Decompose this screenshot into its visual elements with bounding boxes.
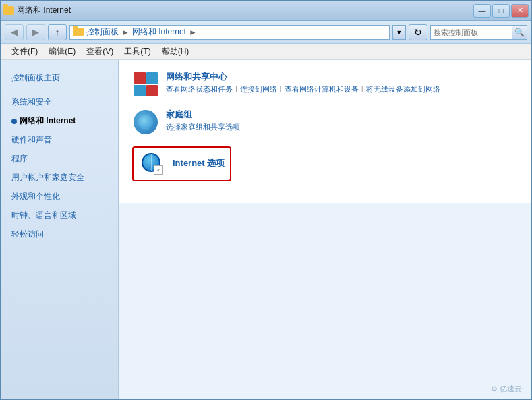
search-button[interactable]: 🔍: [512, 26, 527, 39]
sidebar-item-system[interactable]: 系统和安全: [1, 92, 118, 111]
sidebar-separator: [1, 87, 118, 92]
sidebar-item-appearance[interactable]: 外观和个性化: [1, 187, 118, 206]
up-button[interactable]: ↑: [48, 24, 67, 40]
main-area: 控制面板主页 系统和安全 网络和 Internet 硬件和声音 程序 用户帐户和…: [1, 60, 531, 399]
path-network[interactable]: 网络和 Internet: [132, 26, 186, 38]
sidebar-item-homepage[interactable]: 控制面板主页: [1, 68, 118, 87]
sidebar-item-programs[interactable]: 程序: [1, 149, 118, 168]
network-sharing-item: 网络和共享中心 查看网络状态和任务 | 连接到网络 | 查看网络计算机和设备 |…: [132, 71, 518, 98]
search-box: 🔍: [430, 25, 527, 40]
watermark: ⚙ 亿速云: [491, 384, 522, 394]
network-sharing-text: 网络和共享中心 查看网络状态和任务 | 连接到网络 | 查看网络计算机和设备 |…: [166, 71, 440, 94]
homegroup-links: 选择家庭组和共享选项: [166, 122, 240, 132]
refresh-button[interactable]: ↻: [409, 24, 427, 40]
sidebar-item-clock[interactable]: 时钟、语言和区域: [1, 206, 118, 225]
network-sharing-links: 查看网络状态和任务 | 连接到网络 | 查看网络计算机和设备 | 将无线设备添加…: [166, 84, 440, 94]
path-folder-icon: [73, 28, 84, 36]
network-sharing-title[interactable]: 网络和共享中心: [166, 71, 440, 83]
minimize-button[interactable]: —: [473, 4, 491, 18]
homegroup-item: 家庭组 选择家庭组和共享选项: [132, 109, 518, 136]
title-bar-buttons: — □ ✕: [473, 4, 529, 18]
window-title: 网络和 Internet: [17, 5, 71, 16]
homegroup-icon: [132, 109, 159, 136]
maximize-button[interactable]: □: [492, 4, 510, 18]
path-controlpanel[interactable]: 控制面板: [86, 26, 119, 38]
sidebar-item-hardware[interactable]: 硬件和声音: [1, 130, 118, 149]
homegroup-icon-graphic: [134, 110, 158, 134]
address-bar: ◀ ▶ ↑ 控制面板 ► 网络和 Internet ► ▼ ↻ 🔍: [1, 21, 531, 44]
sidebar-item-network: 网络和 Internet: [1, 111, 118, 130]
net-block-2: [146, 72, 158, 84]
homegroup-text: 家庭组 选择家庭组和共享选项: [166, 109, 240, 132]
menu-help[interactable]: 帮助(H): [156, 45, 195, 59]
forward-button[interactable]: ▶: [26, 24, 45, 40]
active-dot: [11, 119, 17, 124]
network-sharing-icon: [132, 71, 159, 98]
main-window: 网络和 Internet — □ ✕ ◀ ▶ ↑ 控制面板 ► 网络和 Inte…: [0, 0, 532, 400]
sep-1: |: [235, 84, 237, 94]
link-add-wireless[interactable]: 将无线设备添加到网络: [366, 84, 440, 94]
title-bar: 网络和 Internet — □ ✕: [1, 1, 531, 21]
content-wrapper: 网络和共享中心 查看网络状态和任务 | 连接到网络 | 查看网络计算机和设备 |…: [119, 60, 531, 399]
menu-file[interactable]: 文件(F): [6, 45, 43, 59]
internet-options-icon: ✓: [139, 150, 166, 177]
net-block-4: [146, 85, 158, 97]
link-view-computers[interactable]: 查看网络计算机和设备: [285, 84, 359, 94]
ie-paper-graphic: ✓: [154, 165, 163, 175]
internet-options-item: ✓ Internet 选项: [132, 146, 518, 181]
net-block-3: [134, 85, 146, 97]
address-dropdown[interactable]: ▼: [392, 25, 406, 40]
path-separator-2: ►: [189, 28, 197, 37]
sep-2: |: [280, 84, 282, 94]
homegroup-title[interactable]: 家庭组: [166, 109, 240, 121]
link-view-status[interactable]: 查看网络状态和任务: [166, 84, 233, 94]
address-path: 控制面板 ► 网络和 Internet ►: [69, 25, 390, 40]
network-icon-graphic: [134, 72, 158, 96]
sep-3: |: [361, 84, 363, 94]
internet-options-title[interactable]: Internet 选项: [173, 157, 225, 169]
path-separator-1: ►: [121, 28, 129, 37]
internet-options-text: Internet 选项: [173, 157, 225, 171]
menu-tools[interactable]: 工具(T): [119, 45, 156, 59]
menu-bar: 文件(F) 编辑(E) 查看(V) 工具(T) 帮助(H): [1, 44, 531, 60]
menu-view[interactable]: 查看(V): [81, 45, 119, 59]
menu-edit[interactable]: 编辑(E): [43, 45, 81, 59]
link-homegroup-share[interactable]: 选择家庭组和共享选项: [166, 122, 240, 132]
search-input[interactable]: [431, 26, 512, 39]
sidebar: 控制面板主页 系统和安全 网络和 Internet 硬件和声音 程序 用户帐户和…: [1, 60, 119, 399]
link-connect[interactable]: 连接到网络: [240, 84, 277, 94]
sidebar-item-accounts[interactable]: 用户帐户和家庭安全: [1, 168, 118, 187]
close-button[interactable]: ✕: [511, 4, 529, 18]
network-icon-grid: [134, 72, 158, 96]
window-icon: [3, 6, 14, 15]
internet-options-icon-graphic: ✓: [142, 153, 163, 175]
content-area: 网络和共享中心 查看网络状态和任务 | 连接到网络 | 查看网络计算机和设备 |…: [119, 60, 531, 203]
internet-options-highlight-box: ✓ Internet 选项: [132, 146, 231, 181]
title-bar-left: 网络和 Internet: [3, 5, 71, 16]
sidebar-item-accessibility[interactable]: 轻松访问: [1, 225, 118, 244]
net-block-1: [134, 72, 146, 84]
homegroup-icon-inner: [138, 115, 153, 130]
back-button[interactable]: ◀: [5, 24, 24, 40]
